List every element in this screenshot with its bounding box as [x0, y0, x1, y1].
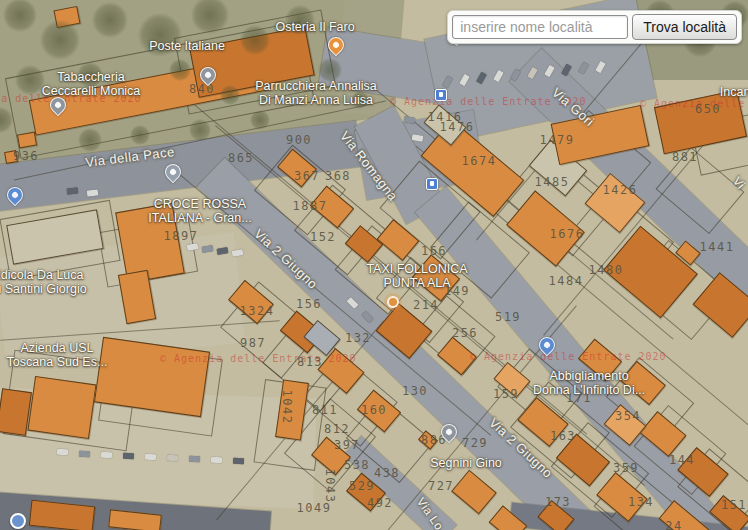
- car: [86, 189, 98, 196]
- car: [188, 456, 199, 462]
- poi-label[interactable]: Parrucchiera AnnalisaDi Manzi Anna Luisa: [255, 79, 377, 108]
- parcel-number: 156: [296, 297, 322, 311]
- poi-label-line: Tabaccheria: [57, 70, 124, 84]
- parcel-number: 151: [721, 498, 747, 512]
- parcel-number: 538: [344, 458, 370, 472]
- poi-label-line: Di Santini Giorgio: [0, 282, 87, 296]
- poi-label-line: TAXI FOLLONICA: [366, 262, 467, 276]
- poi-label[interactable]: AbbigliamentoDonna L'Infinito Di...: [533, 369, 645, 398]
- parcel-number: 132: [345, 331, 371, 345]
- tree: [240, 25, 270, 55]
- parcel-number: 256: [452, 326, 478, 340]
- find-location-button[interactable]: Trova località: [632, 14, 737, 40]
- poi-label[interactable]: Incant...: [720, 85, 748, 99]
- parcel-number: 881: [672, 150, 698, 164]
- parcel-number: 1674: [462, 154, 497, 168]
- search-control: Trova località: [447, 10, 742, 44]
- poi-label[interactable]: Osteria Il Faro: [275, 20, 354, 34]
- parcel-number: 936: [13, 149, 39, 163]
- parcel-number: 367: [294, 169, 320, 183]
- poi-label[interactable]: Edicola Da LucaDi Santini Giorgio: [0, 268, 87, 297]
- poi-label-line: Toscana Sud Es...: [7, 355, 108, 369]
- poi-label-line: CROCE ROSSA: [154, 197, 246, 211]
- parcel-number: 1441: [700, 240, 735, 254]
- parcel-number: 144: [669, 453, 695, 467]
- parcel-number: 987: [240, 336, 266, 350]
- tree: [130, 125, 150, 145]
- poi-label[interactable]: TabaccheriaCeccarelli Monica: [42, 70, 141, 99]
- poi-label-line: Di Manzi Anna Luisa: [259, 93, 373, 107]
- tree: [169, 59, 191, 81]
- poi-label-line: Edicola Da Luca: [0, 268, 84, 282]
- parcel-number: 397: [334, 438, 360, 452]
- poi-label-line: Segnini Gino: [430, 456, 502, 470]
- poi-label-line: Incant...: [720, 85, 748, 99]
- tree: [15, 65, 45, 95]
- poi-label[interactable]: Poste Italiane: [149, 39, 225, 53]
- parcel-number: 840: [189, 82, 215, 96]
- watermark-text: © Agenzia delle Entrate 2020: [160, 353, 357, 364]
- map-canvas[interactable]: © Agenzia delle Entrate 2020© Agenzia de…: [0, 0, 748, 530]
- poi-label-line: Poste Italiane: [149, 39, 225, 53]
- parcel-number: 1676: [550, 227, 585, 241]
- car: [100, 452, 111, 458]
- parcel-number: 1485: [535, 175, 570, 189]
- parcel-number: 159: [493, 387, 519, 401]
- parcel-number: 152: [310, 230, 336, 244]
- poi-label-line: Parrucchiera Annalisa: [255, 79, 377, 93]
- building: [27, 375, 96, 438]
- tree: [92, 2, 128, 38]
- parcel-number: 811: [312, 403, 338, 417]
- car: [122, 453, 133, 459]
- parcel-number: 729: [462, 436, 488, 450]
- parcel-number: 166: [421, 244, 447, 258]
- parcel-number: 130: [402, 384, 428, 398]
- parcel-number: 354: [615, 409, 641, 423]
- bus-stop-icon[interactable]: [435, 89, 447, 101]
- parcel-number: 1043: [323, 469, 337, 504]
- car: [210, 457, 221, 463]
- parcel-number: 1042: [280, 390, 294, 425]
- poi-dot-icon[interactable]: [387, 296, 399, 308]
- parcel-number: 1324: [240, 304, 275, 318]
- tree: [220, 85, 240, 105]
- tree: [250, 110, 270, 130]
- parcel-number: 1480: [589, 263, 624, 277]
- parcel-number: 812: [324, 422, 350, 436]
- parcel-number: 865: [228, 151, 254, 165]
- building: [451, 470, 497, 515]
- parcel-number: 438: [374, 466, 400, 480]
- poi-label[interactable]: Segnini Gino: [430, 456, 502, 470]
- poi-label[interactable]: TAXI FOLLONICAPUNTA ALA: [366, 262, 467, 291]
- parcel-number: 727: [428, 479, 454, 493]
- poi-label-line: PUNTA ALA: [383, 276, 450, 290]
- parcel-number: 368: [325, 169, 351, 183]
- parcel-number: 900: [286, 133, 312, 147]
- parcel-number: 173: [545, 495, 571, 509]
- poi-label[interactable]: Azienda USLToscana Sud Es...: [7, 341, 108, 370]
- parcel-number: 1887: [293, 199, 328, 213]
- parcel-number: 160: [361, 403, 387, 417]
- bus-stop-icon[interactable]: [426, 178, 438, 190]
- poi-label-line: Donna L'Infinito Di...: [533, 383, 645, 397]
- car: [66, 187, 78, 194]
- car: [56, 449, 67, 455]
- poi-label-line: Osteria Il Faro: [275, 20, 354, 34]
- parcel-number: 1426: [603, 183, 638, 197]
- parcel-number: 1897: [164, 229, 199, 243]
- parcel-number: 163: [550, 429, 576, 443]
- car: [232, 458, 243, 464]
- parcel-number: 359: [613, 461, 639, 475]
- parcel-number: 1476: [440, 120, 475, 134]
- parcel-number: 1484: [549, 274, 584, 288]
- parcel-number: 134: [628, 495, 654, 509]
- search-input[interactable]: [452, 15, 628, 39]
- watermark-text: © Agenzia delle Entrate 2020: [470, 351, 667, 362]
- car: [144, 454, 155, 460]
- poi-label[interactable]: CROCE ROSSAITALIANA - Gran...: [148, 197, 251, 226]
- car: [231, 249, 243, 257]
- tree: [189, 119, 211, 141]
- transit-circle-icon[interactable]: [10, 513, 26, 529]
- parcel-number: 650: [695, 102, 721, 116]
- parcel-number: 492: [367, 496, 393, 510]
